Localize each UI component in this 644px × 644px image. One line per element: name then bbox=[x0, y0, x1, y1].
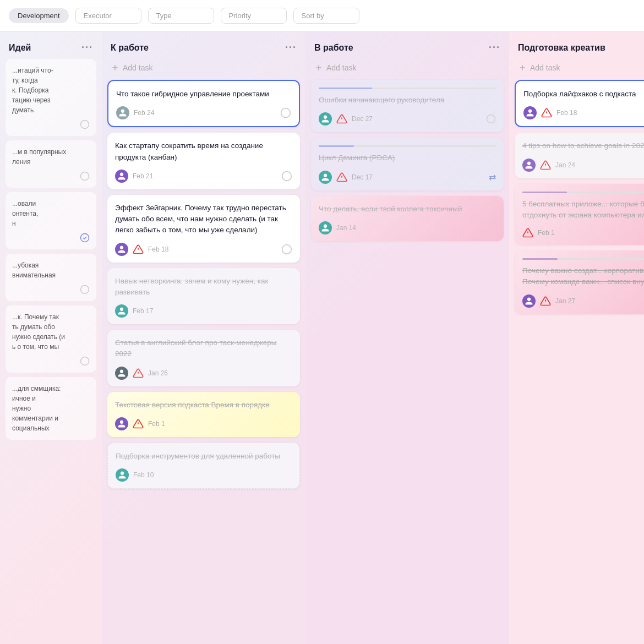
todo-card-7[interactable]: Подборка инструментов для удаленной рабо… bbox=[107, 443, 300, 489]
column-todo-header: К работе ··· bbox=[107, 32, 300, 59]
avatar bbox=[522, 159, 536, 172]
check-circle-icon bbox=[486, 114, 496, 124]
warning-icon bbox=[540, 160, 551, 171]
prog-card-2-progress bbox=[319, 145, 496, 147]
creative-card-3-date: Feb 1 bbox=[538, 229, 644, 237]
avatar bbox=[522, 294, 536, 308]
inprogress-add-task[interactable]: Add task bbox=[311, 59, 504, 80]
plus-icon bbox=[111, 63, 119, 72]
ideas-card-5[interactable]: ...к. Почему такть думать обонужно сдела… bbox=[6, 305, 96, 373]
todo-card-1-meta: Feb 24 bbox=[116, 106, 291, 119]
svg-point-3 bbox=[81, 286, 89, 294]
avatar bbox=[116, 106, 129, 119]
warning-icon bbox=[540, 296, 551, 307]
prog-card-2[interactable]: Цикл Деминга (PDCA) Dec 17 ⇄ bbox=[311, 138, 504, 190]
avatar bbox=[319, 112, 332, 125]
column-ideas-menu[interactable]: ··· bbox=[81, 42, 93, 53]
column-todo-title: К работе bbox=[111, 43, 149, 53]
todo-add-task[interactable]: Add task bbox=[107, 59, 300, 80]
avatar bbox=[115, 243, 128, 256]
todo-card-4[interactable]: Навык нетворкинга: зачем и кому нужен, к… bbox=[107, 268, 300, 325]
creative-card-4[interactable]: Почему важно создат... корпоративную кул… bbox=[515, 250, 644, 314]
check-circle-icon bbox=[280, 107, 291, 118]
check-circle-icon bbox=[80, 171, 90, 181]
warning-icon bbox=[541, 107, 552, 118]
development-chip[interactable]: Development bbox=[9, 8, 69, 23]
top-bar: Development Executor Type Priority Sort … bbox=[0, 0, 644, 32]
plus-icon bbox=[314, 63, 323, 72]
column-todo: К работе ··· Add task Что такое гибридно… bbox=[102, 32, 305, 644]
todo-card-2[interactable]: Как стартапу сократить время на создание… bbox=[107, 133, 300, 189]
priority-filter[interactable]: Priority bbox=[221, 8, 287, 24]
todo-card-6[interactable]: Текстовая версия подкаста Время в порядк… bbox=[107, 392, 300, 437]
prog-card-1-title: Ошибки начинающего руководителя bbox=[319, 95, 496, 106]
todo-card-7-date: Feb 10 bbox=[133, 471, 292, 479]
creative-card-1-date: Feb 18 bbox=[556, 109, 644, 117]
todo-card-5[interactable]: Статья в английский блог про таск-менедж… bbox=[107, 330, 300, 386]
todo-card-3-title: Эффект Зейгарник. Почему так трудно пере… bbox=[115, 203, 292, 236]
column-todo-menu[interactable]: ··· bbox=[285, 42, 297, 53]
todo-card-1[interactable]: Что такое гибридное управление проектами… bbox=[107, 80, 300, 127]
column-inprogress: В работе ··· Add task Ошибки начинающего… bbox=[305, 32, 509, 644]
ideas-card-3[interactable]: ...овалионтента,н bbox=[6, 192, 96, 249]
creative-add-task[interactable]: Add task bbox=[515, 59, 644, 80]
warning-icon bbox=[133, 418, 144, 429]
svg-point-8 bbox=[282, 171, 292, 181]
ideas-card-1[interactable]: ...итаций что-ту, когдак. Подборкатацию … bbox=[6, 59, 96, 136]
svg-point-20 bbox=[487, 115, 495, 123]
avatar bbox=[523, 106, 537, 119]
warning-icon bbox=[133, 368, 144, 379]
creative-card-1[interactable]: Подборка лайфхаков с подкаста Feb 18 bbox=[515, 80, 644, 127]
sortby-filter[interactable]: Sort by bbox=[293, 8, 359, 24]
creative-card-3-title: 5 бесплатных приложе... которые будут на… bbox=[522, 199, 644, 221]
creative-card-3[interactable]: 5 бесплатных приложе... которые будут на… bbox=[515, 184, 644, 245]
todo-card-3[interactable]: Эффект Зейгарник. Почему так трудно пере… bbox=[107, 195, 300, 263]
column-inprogress-title: В работе bbox=[314, 43, 353, 53]
type-filter[interactable]: Type bbox=[148, 8, 214, 24]
avatar bbox=[319, 171, 332, 184]
todo-card-7-title: Подборка инструментов для удаленной рабо… bbox=[116, 451, 292, 462]
ideas-card-6[interactable]: ...для сммщика:ичное инужнокомментарии и… bbox=[6, 377, 96, 440]
prog-card-3[interactable]: Что делать, если твой коллега токсичный … bbox=[311, 196, 504, 241]
prog-card-1-progress bbox=[319, 88, 496, 89]
avatar bbox=[319, 221, 332, 234]
todo-card-4-date: Feb 17 bbox=[133, 307, 292, 315]
prog-card-1-meta: Dec 27 bbox=[319, 112, 496, 125]
svg-point-11 bbox=[282, 244, 292, 254]
todo-card-4-meta: Feb 17 bbox=[115, 304, 292, 318]
check-circle-icon bbox=[80, 356, 90, 366]
svg-point-4 bbox=[81, 357, 89, 365]
kanban-board: Идей ··· ...итаций что-ту, когдак. Подбо… bbox=[0, 32, 644, 644]
todo-card-3-meta: Feb 18 bbox=[115, 243, 292, 256]
executor-filter[interactable]: Executor bbox=[75, 8, 141, 24]
todo-card-2-meta: Feb 21 bbox=[115, 170, 292, 183]
column-creative-header: Подготовка креатив ··· bbox=[515, 32, 644, 59]
creative-card-2-title: 4 tips on how to achieve goals in 2022 w… bbox=[522, 140, 644, 151]
plus-icon bbox=[518, 63, 527, 72]
progress-fill bbox=[522, 258, 558, 260]
avatar bbox=[116, 468, 129, 482]
ideas-card-4[interactable]: ...убокаявнимательная bbox=[6, 254, 96, 301]
todo-card-6-title: Текстовая версия подкаста Время в порядк… bbox=[115, 400, 292, 411]
creative-card-2[interactable]: 4 tips on how to achieve goals in 2022 w… bbox=[515, 133, 644, 178]
creative-card-4-progress bbox=[522, 258, 644, 260]
check-circle-icon bbox=[80, 119, 90, 129]
check-circle-icon bbox=[281, 171, 292, 182]
todo-card-5-meta: Jan 26 bbox=[115, 367, 292, 380]
creative-card-2-date: Jan 24 bbox=[555, 161, 644, 169]
todo-card-1-date: Feb 24 bbox=[134, 109, 276, 117]
avatar bbox=[115, 170, 128, 183]
creative-card-2-meta: Jan 24 bbox=[522, 159, 644, 172]
check-circle-done-icon bbox=[80, 233, 90, 243]
creative-card-4-title: Почему важно создат... корпоративную кул… bbox=[522, 265, 644, 288]
creative-card-3-meta: Feb 1 bbox=[522, 227, 644, 238]
todo-card-7-meta: Feb 10 bbox=[116, 468, 292, 482]
ideas-card-2[interactable]: ...м в популярныхления bbox=[6, 140, 96, 188]
creative-card-4-date: Jan 27 bbox=[555, 297, 644, 305]
avatar bbox=[115, 417, 128, 430]
column-inprogress-menu[interactable]: ··· bbox=[489, 42, 500, 53]
avatar bbox=[115, 304, 128, 318]
progress-fill bbox=[522, 192, 567, 193]
prog-card-3-title: Что делать, если твой коллега токсичный bbox=[319, 204, 496, 215]
prog-card-1[interactable]: Ошибки начинающего руководителя Dec 27 bbox=[311, 80, 504, 132]
